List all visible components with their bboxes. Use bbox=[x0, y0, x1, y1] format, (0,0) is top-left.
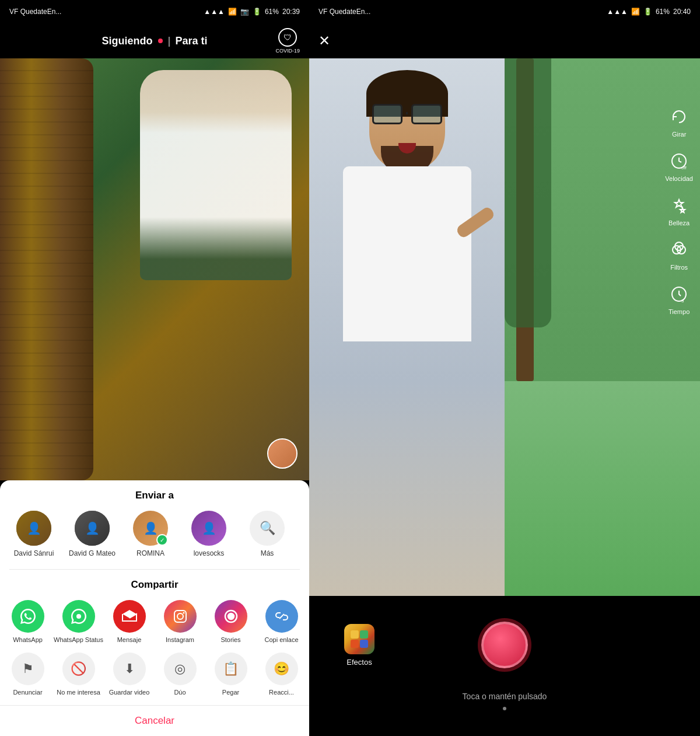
divider1 bbox=[9, 569, 300, 570]
contact-mas[interactable]: 🔍 Más bbox=[238, 511, 296, 557]
contact-name-david2: David G Mateo bbox=[69, 549, 116, 557]
filtros-icon bbox=[667, 238, 691, 261]
right-carrier-text: VF QuedateEn... bbox=[318, 8, 370, 16]
effects-button[interactable]: Efectos bbox=[344, 624, 374, 667]
svg-point-0 bbox=[76, 614, 81, 619]
close-button[interactable]: ✕ bbox=[318, 33, 330, 49]
contact-david-mateo[interactable]: 👤 David G Mateo bbox=[63, 511, 121, 557]
girar-icon bbox=[667, 105, 691, 128]
effects-label: Efectos bbox=[346, 658, 372, 667]
action-name-no-interesa: No me interesa bbox=[57, 689, 100, 696]
nav-separator: | bbox=[167, 35, 170, 47]
denunciar-icon: ⚑ bbox=[12, 653, 44, 685]
record-button[interactable] bbox=[481, 622, 528, 668]
action-name-pegar: Pegar bbox=[222, 689, 239, 696]
enviar-title: Enviar a bbox=[0, 490, 309, 501]
app-name-mensaje: Mensaje bbox=[117, 636, 142, 643]
belleza-label: Belleza bbox=[668, 219, 690, 226]
share-sheet: Enviar a 👤 David Sánrui 👤 David G Mateo bbox=[0, 480, 309, 736]
action-duo[interactable]: ◎ Dúo bbox=[155, 653, 205, 696]
action-name-duo: Dúo bbox=[174, 689, 186, 696]
covid-label: COVID-19 bbox=[275, 48, 300, 54]
copiar-icon bbox=[265, 600, 298, 633]
siguiendo-label[interactable]: Siguiendo bbox=[102, 35, 152, 47]
app-copiar-enlace[interactable]: Copi enlace bbox=[256, 600, 307, 643]
action-denunciar[interactable]: ⚑ Denunciar bbox=[2, 653, 53, 696]
app-name-copiar: Copi enlace bbox=[264, 636, 298, 643]
right-tools: Girar off Velocidad bbox=[665, 105, 693, 315]
instagram-app-icon bbox=[164, 600, 197, 633]
action-name-denunciar: Denunciar bbox=[13, 689, 42, 696]
app-whatsapp-status[interactable]: WhatsApp Status bbox=[53, 600, 104, 643]
action-reacci[interactable]: 😊 Reacci... bbox=[256, 653, 307, 696]
contact-romina[interactable]: 👤 ✓ ROMINA bbox=[121, 511, 180, 557]
effects-row: Efectos bbox=[309, 622, 700, 668]
apps-row: WhatsApp WhatsApp Status bbox=[0, 600, 309, 643]
hint-text: Toca o mantén pulsado bbox=[463, 692, 547, 701]
action-guardar-video[interactable]: ⬇ Guardar video bbox=[104, 653, 155, 696]
avatar-david2: 👤 bbox=[75, 511, 110, 546]
contact-name-david1: David Sánrui bbox=[14, 549, 54, 557]
contact-name-lovesocks: lovesocks bbox=[194, 549, 225, 557]
left-carrier-text: VF QuedateEn... bbox=[9, 8, 61, 16]
check-mark: ✓ bbox=[156, 534, 168, 546]
tool-velocidad[interactable]: off Velocidad bbox=[665, 149, 693, 182]
left-status-right: ▲▲▲ 📶 📷 🔋 61% 20:39 bbox=[204, 8, 300, 16]
video-background bbox=[0, 58, 309, 480]
app-whatsapp[interactable]: WhatsApp bbox=[2, 600, 53, 643]
svg-rect-17 bbox=[351, 640, 359, 648]
right-battery-icon: 🔋 bbox=[643, 8, 652, 16]
velocidad-icon: off bbox=[667, 149, 691, 173]
tool-tiempo[interactable]: 3 Tiempo bbox=[667, 282, 691, 315]
tree-trunk bbox=[0, 58, 93, 480]
left-camera bbox=[309, 58, 505, 596]
cancel-button[interactable]: Cancelar bbox=[0, 705, 309, 736]
right-panel: VF QuedateEn... ▲▲▲ 📶 🔋 61% 20:40 ✕ bbox=[309, 0, 700, 736]
svg-text:3: 3 bbox=[681, 298, 684, 304]
video-area bbox=[0, 58, 309, 480]
camera-header: ✕ bbox=[309, 23, 700, 58]
app-mensaje[interactable]: Mensaje bbox=[104, 600, 155, 643]
duo-icon: ◎ bbox=[164, 653, 197, 685]
app-name-stories: Stories bbox=[220, 636, 240, 643]
right-status-bar: VF QuedateEn... ▲▲▲ 📶 🔋 61% 20:40 bbox=[309, 0, 700, 23]
contact-name-mas: Más bbox=[261, 549, 274, 557]
stories-icon bbox=[215, 600, 247, 633]
action-pegar[interactable]: 📋 Pegar bbox=[205, 653, 256, 696]
app-instagram[interactable]: Instagram bbox=[155, 600, 205, 643]
tool-filtros[interactable]: Filtros bbox=[667, 238, 691, 271]
contact-name-romina: ROMINA bbox=[136, 549, 164, 557]
right-signal-icon: ▲▲▲ bbox=[607, 8, 628, 16]
reacci-icon: 😊 bbox=[265, 653, 298, 685]
girar-label: Girar bbox=[672, 131, 686, 138]
contact-lovesocks[interactable]: 👤 lovesocks bbox=[180, 511, 238, 557]
tiempo-label: Tiempo bbox=[668, 308, 690, 315]
covid-badge[interactable]: 🛡 COVID-19 bbox=[275, 28, 300, 54]
contact-david-sanrui[interactable]: 👤 David Sánrui bbox=[5, 511, 63, 557]
effects-icon bbox=[344, 624, 374, 654]
notification-dot bbox=[158, 39, 163, 43]
velocidad-label: Velocidad bbox=[665, 175, 693, 182]
tree-texture bbox=[0, 58, 93, 480]
avatar-romina: 👤 ✓ bbox=[133, 511, 168, 546]
mensaje-icon bbox=[113, 600, 146, 633]
left-time: 20:39 bbox=[282, 8, 300, 16]
tool-girar[interactable]: Girar bbox=[667, 105, 691, 138]
compartir-title: Compartir bbox=[0, 579, 309, 591]
whatsapp-icon bbox=[12, 600, 44, 633]
app-name-whatsapp: WhatsApp bbox=[13, 636, 43, 643]
wifi-icon: 📶 bbox=[228, 8, 237, 16]
app-stories[interactable]: Stories bbox=[205, 600, 256, 643]
belleza-icon bbox=[667, 194, 691, 217]
action-no-me-interesa[interactable]: 🚫 No me interesa bbox=[53, 653, 104, 696]
video-avatar[interactable] bbox=[267, 438, 298, 469]
camera-view: Girar off Velocidad bbox=[309, 58, 700, 596]
guardar-icon: ⬇ bbox=[113, 653, 146, 685]
para-ti-label[interactable]: Para ti bbox=[176, 35, 208, 47]
right-time: 20:40 bbox=[673, 8, 691, 16]
dot-indicator bbox=[503, 707, 506, 710]
svg-marker-1 bbox=[123, 610, 136, 618]
tool-belleza[interactable]: Belleza bbox=[667, 194, 691, 226]
left-status-bar: VF QuedateEn... ▲▲▲ 📶 📷 🔋 61% 20:39 bbox=[0, 0, 309, 23]
whatsapp-status-icon bbox=[62, 600, 95, 633]
